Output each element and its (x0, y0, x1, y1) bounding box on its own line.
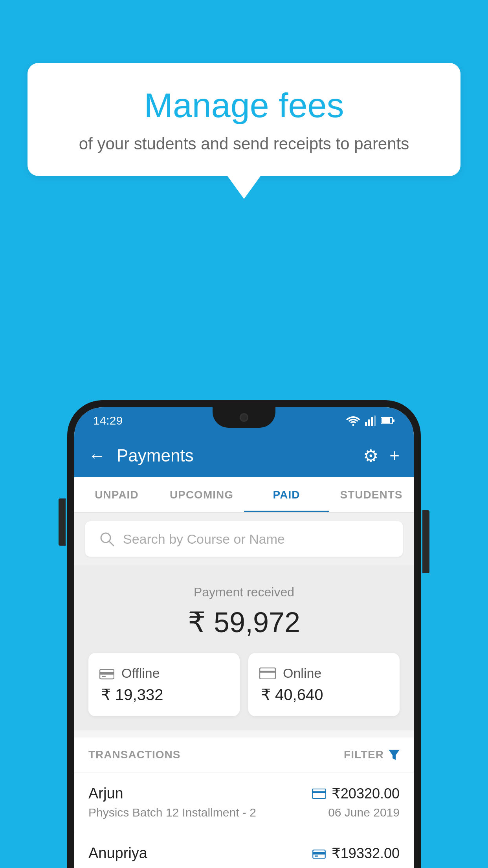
transaction-amount-wrap: ₹20320.00 (312, 785, 400, 802)
search-input-placeholder: Search by Course or Name (123, 531, 285, 547)
svg-rect-19 (313, 852, 325, 854)
payment-received-label: Payment received (88, 585, 400, 600)
wifi-icon (346, 416, 360, 426)
svg-point-0 (352, 424, 354, 426)
transaction-row-partial-top: Anupriya ₹19332.00 (88, 845, 400, 862)
add-button[interactable]: + (389, 446, 400, 465)
search-container: Search by Course or Name (74, 513, 414, 565)
svg-rect-2 (368, 419, 370, 426)
payment-cards: Offline ₹ 19,332 Online ₹ (88, 653, 400, 716)
offline-label: Offline (121, 666, 160, 681)
signal-icon (365, 416, 376, 426)
offline-payment-icon (312, 848, 326, 859)
battery-icon (381, 417, 395, 425)
svg-rect-6 (382, 418, 390, 423)
transactions-header: TRANSACTIONS FILTER (74, 737, 414, 772)
speech-bubble-section: Manage fees of your students and send re… (28, 63, 460, 199)
svg-rect-3 (371, 417, 373, 426)
transaction-amount: ₹20320.00 (332, 785, 400, 802)
svg-rect-16 (312, 789, 326, 798)
phone-wrapper: 14:29 (67, 400, 421, 868)
svg-rect-17 (312, 791, 326, 793)
online-icon (259, 668, 276, 679)
phone-screen: 14:29 (74, 407, 414, 868)
tab-students[interactable]: STUDENTS (329, 477, 414, 512)
back-button[interactable]: ← (88, 446, 106, 465)
status-time: 14:29 (93, 414, 123, 427)
filter-label: FILTER (344, 748, 384, 761)
front-camera (240, 413, 248, 422)
search-icon (99, 531, 114, 546)
transactions-label: TRANSACTIONS (88, 748, 180, 761)
settings-button[interactable]: ⚙ (363, 446, 378, 466)
tabs-bar: UNPAID UPCOMING PAID STUDENTS (74, 477, 414, 513)
svg-rect-20 (314, 855, 318, 857)
transaction-course: Physics Batch 12 Installment - 2 (88, 806, 256, 819)
svg-line-9 (109, 541, 114, 546)
transaction-name-2: Anupriya (88, 845, 147, 862)
svg-rect-13 (260, 668, 275, 679)
transaction-amount-wrap-2: ₹19332.00 (312, 845, 400, 862)
status-bar: 14:29 (74, 407, 414, 434)
transaction-name: Arjun (88, 785, 123, 802)
speech-bubble-title: Manage fees (51, 86, 437, 125)
app-bar: ← Payments ⚙ + (74, 434, 414, 477)
transaction-row-bottom: Physics Batch 12 Installment - 2 06 June… (88, 806, 400, 819)
status-icons (346, 416, 395, 426)
svg-rect-11 (100, 672, 114, 675)
offline-card-header: Offline (99, 666, 160, 681)
search-bar[interactable]: Search by Course or Name (85, 521, 403, 557)
filter-button[interactable]: FILTER (344, 748, 400, 761)
offline-amount: ₹ 19,332 (99, 686, 163, 704)
online-amount: ₹ 40,640 (259, 686, 323, 704)
payment-total-amount: ₹ 59,972 (88, 606, 400, 639)
transaction-date: 06 June 2019 (328, 806, 400, 819)
svg-rect-4 (374, 416, 376, 426)
speech-bubble-pointer (227, 176, 261, 199)
phone-frame: 14:29 (67, 400, 421, 868)
transaction-row[interactable]: Arjun ₹20320.00 Physics Batch 12 Install… (74, 772, 414, 832)
tab-unpaid[interactable]: UNPAID (74, 477, 159, 512)
phone-notch (213, 407, 275, 428)
svg-rect-12 (102, 676, 106, 677)
svg-marker-15 (389, 750, 400, 760)
tab-upcoming[interactable]: UPCOMING (159, 477, 244, 512)
transaction-row-top: Arjun ₹20320.00 (88, 785, 400, 802)
online-label: Online (283, 666, 321, 681)
online-payment-icon (312, 789, 326, 799)
svg-rect-1 (365, 422, 367, 426)
page-title: Payments (117, 446, 352, 465)
online-payment-card: Online ₹ 40,640 (248, 653, 400, 716)
speech-bubble-card: Manage fees of your students and send re… (28, 63, 460, 176)
transaction-amount-2: ₹19332.00 (332, 845, 400, 862)
svg-rect-7 (393, 419, 394, 422)
svg-rect-14 (260, 671, 275, 673)
speech-bubble-subtitle: of your students and send receipts to pa… (51, 133, 437, 155)
offline-icon (99, 667, 114, 680)
offline-payment-card: Offline ₹ 19,332 (88, 653, 240, 716)
transaction-row-partial[interactable]: Anupriya ₹19332.00 (74, 832, 414, 868)
online-card-header: Online (259, 666, 321, 681)
tab-paid[interactable]: PAID (244, 477, 329, 512)
payment-summary: Payment received ₹ 59,972 Offline (74, 565, 414, 730)
filter-icon (389, 750, 400, 760)
